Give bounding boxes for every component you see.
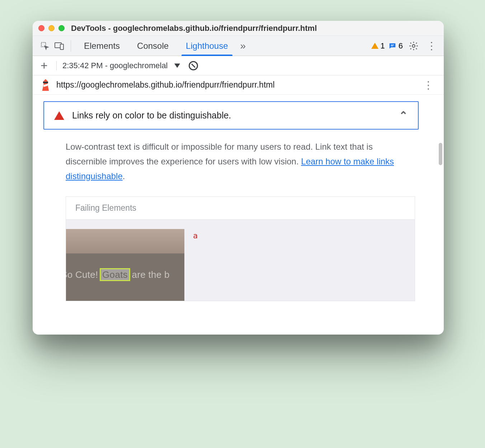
failing-element-tag[interactable]: a [193, 229, 198, 240]
report-content: Links rely on color to be distinguishabl… [33, 95, 444, 335]
audit-card-links-distinguishable[interactable]: Links rely on color to be distinguishabl… [43, 101, 419, 130]
dropdown-triangle-icon[interactable] [174, 64, 180, 68]
more-tabs-button[interactable]: » [237, 40, 250, 52]
window-title: DevTools - googlechromelabs.github.io/fr… [71, 24, 317, 33]
tab-lighthouse[interactable]: Lighthouse [177, 36, 236, 56]
failing-elements-header: Failing Elements [66, 197, 415, 220]
toggle-device-toolbar-icon[interactable] [52, 39, 66, 53]
clear-reports-icon[interactable] [189, 61, 198, 70]
thumb-text-post: are the b [129, 269, 170, 280]
svg-rect-3 [391, 45, 394, 45]
warnings-count: 1 [381, 41, 385, 51]
scrollbar-thumb[interactable] [439, 143, 442, 165]
message-icon [389, 42, 396, 50]
devtools-window: DevTools - googlechromelabs.github.io/fr… [33, 21, 444, 335]
fail-triangle-icon [54, 111, 64, 120]
close-window-button[interactable] [38, 25, 44, 31]
audit-description-period: . [123, 171, 125, 181]
svg-rect-2 [60, 44, 63, 50]
session-separator [56, 61, 57, 70]
messages-count: 6 [399, 41, 403, 51]
new-report-button[interactable]: + [38, 59, 51, 73]
traffic-lights [38, 25, 65, 31]
audit-title: Links rely on color to be distinguishabl… [72, 109, 391, 121]
titlebar: DevTools - googlechromelabs.github.io/fr… [33, 21, 444, 36]
warnings-badge[interactable]: 1 [371, 41, 385, 51]
tab-elements[interactable]: Elements [75, 36, 128, 56]
thumb-text-pre: So Cute! [66, 269, 101, 280]
failing-element-thumbnail[interactable]: So Cute! Goats are the b [66, 229, 184, 301]
report-kebab-menu[interactable]: ⋮ [421, 79, 436, 91]
collapse-chevron-icon[interactable]: ⌃ [399, 109, 408, 122]
settings-gear-icon[interactable] [406, 39, 421, 53]
inspect-element-icon[interactable] [38, 39, 52, 53]
svg-point-5 [412, 45, 415, 47]
toolbar-separator [71, 40, 71, 52]
failing-elements-box: Failing Elements So Cute! Goats are the … [66, 196, 415, 301]
messages-badge[interactable]: 6 [389, 41, 403, 51]
warning-triangle-icon [371, 43, 378, 49]
thumb-text-highlight: Goats [101, 269, 129, 280]
session-dropdown-label[interactable]: 2:35:42 PM - googlechromelal [62, 61, 168, 70]
lighthouse-session-bar: + 2:35:42 PM - googlechromelal [33, 56, 444, 75]
lighthouse-icon [41, 78, 51, 92]
report-url-row: https://googlechromelabs.github.io/frien… [33, 75, 444, 95]
minimize-window-button[interactable] [48, 25, 55, 31]
report-url: https://googlechromelabs.github.io/frien… [56, 80, 415, 90]
toolbar-kebab-menu[interactable]: ⋮ [424, 40, 439, 52]
tab-console[interactable]: Console [128, 36, 177, 56]
svg-rect-6 [43, 81, 48, 83]
audit-description: Low-contrast text is difficult or imposs… [66, 140, 415, 183]
zoom-window-button[interactable] [58, 25, 65, 31]
devtools-toolbar: Elements Console Lighthouse » 1 6 ⋮ [33, 36, 444, 56]
svg-rect-4 [391, 46, 393, 46]
